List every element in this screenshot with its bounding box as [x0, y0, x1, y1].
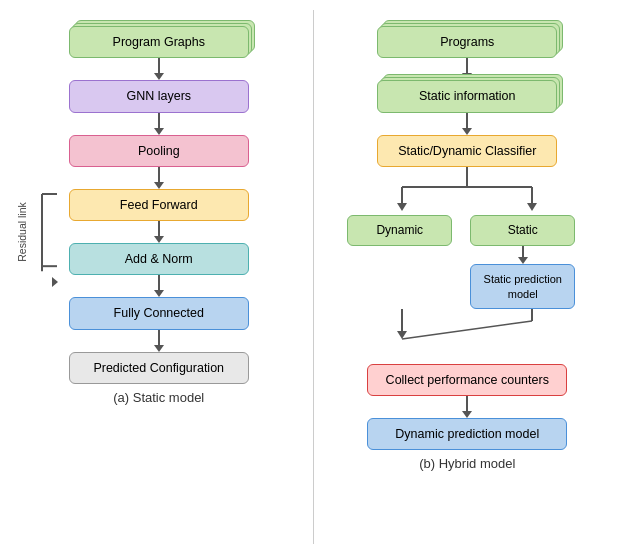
- arrow-2: [154, 113, 164, 135]
- add-norm-label: Add & Norm: [125, 252, 193, 266]
- svg-marker-7: [397, 203, 407, 211]
- program-graphs-box: Program Graphs: [69, 26, 249, 58]
- dynamic-pred-model-box: Dynamic prediction model: [367, 418, 567, 450]
- r-arrow-3: [462, 396, 472, 418]
- arrow-3: [154, 167, 164, 189]
- dynamic-branch: Dynamic: [347, 215, 452, 247]
- dynamic-label: Dynamic: [376, 223, 423, 237]
- add-norm-box: Add & Norm: [69, 243, 249, 275]
- r-arrow-2: [462, 113, 472, 135]
- dynamic-box: Dynamic: [347, 215, 452, 247]
- main-container: Program Graphs GNN layers Pooling: [0, 0, 626, 554]
- fully-connected-box: Fully Connected: [69, 297, 249, 329]
- svg-marker-9: [527, 203, 537, 211]
- gnn-layers-label: GNN layers: [126, 89, 191, 103]
- static-info-box: Static information: [377, 80, 557, 112]
- svg-line-13: [402, 321, 532, 339]
- right-caption: (b) Hybrid model: [419, 456, 515, 471]
- arrow-4: [154, 221, 164, 243]
- arrow-1: [154, 58, 164, 80]
- branch-svg: [347, 167, 587, 215]
- programs-label: Programs: [440, 35, 494, 49]
- arrow-5: [154, 275, 164, 297]
- residual-section: Residual link Feed Forward Add & Norm: [10, 189, 308, 276]
- arrow-6: [154, 330, 164, 352]
- classifier-box: Static/Dynamic Classifier: [377, 135, 557, 167]
- predicted-config-box: Predicted Configuration: [69, 352, 249, 384]
- merge-svg: [347, 309, 587, 364]
- pooling-label: Pooling: [138, 144, 180, 158]
- static-branch: Static Static prediction model: [470, 215, 575, 309]
- program-graphs-label: Program Graphs: [113, 35, 205, 49]
- right-diagram: Programs Static information Static/Dynam…: [319, 10, 617, 544]
- diagram-divider: [313, 10, 314, 544]
- feed-forward-label: Feed Forward: [120, 198, 198, 212]
- gnn-layers-box: GNN layers: [69, 80, 249, 112]
- branch-row: Dynamic Static Static prediction model: [347, 215, 587, 309]
- pooling-box: Pooling: [69, 135, 249, 167]
- static-info-label: Static information: [419, 89, 516, 103]
- static-pred-model-box: Static prediction model: [470, 264, 575, 309]
- fully-connected-label: Fully Connected: [114, 306, 204, 320]
- programs-stack: Programs: [377, 26, 557, 58]
- program-graphs-stack: Program Graphs: [69, 26, 249, 58]
- left-diagram: Program Graphs GNN layers Pooling: [10, 10, 308, 544]
- left-caption: (a) Static model: [113, 390, 204, 405]
- residual-label: Residual link: [16, 202, 28, 262]
- collect-perf-box: Collect performance counters: [367, 364, 567, 396]
- static-box: Static: [470, 215, 575, 247]
- static-info-stack: Static information: [377, 80, 557, 112]
- programs-box: Programs: [377, 26, 557, 58]
- static-label: Static: [508, 223, 538, 237]
- predicted-config-label: Predicted Configuration: [93, 361, 224, 375]
- r-arrow-static: [518, 246, 528, 264]
- feed-forward-box: Feed Forward: [69, 189, 249, 221]
- collect-perf-label: Collect performance counters: [386, 373, 549, 387]
- classifier-label: Static/Dynamic Classifier: [398, 144, 536, 158]
- dynamic-pred-model-label: Dynamic prediction model: [395, 427, 539, 441]
- svg-marker-3: [52, 277, 58, 287]
- static-pred-model-label: Static prediction model: [484, 273, 562, 299]
